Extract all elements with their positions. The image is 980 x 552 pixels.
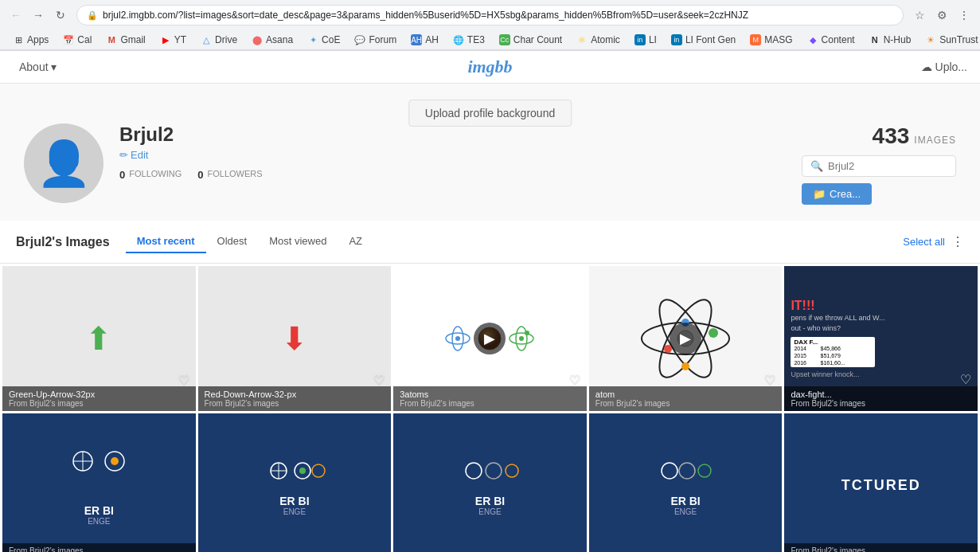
bookmark-yt-label: YT xyxy=(174,34,186,45)
asana-icon: ⬤ xyxy=(252,34,263,45)
heart-button-dax[interactable]: ♡ xyxy=(960,372,971,387)
svg-point-14 xyxy=(709,328,718,338)
bookmark-nhub[interactable]: N N-Hub xyxy=(863,32,918,48)
svg-point-27 xyxy=(466,463,482,479)
svg-point-26 xyxy=(299,468,306,474)
svg-point-20 xyxy=(111,457,119,465)
caption-sub-atom: From Brjul2's images xyxy=(595,399,776,408)
svg-point-6 xyxy=(519,336,524,341)
extensions-button[interactable]: ⚙ xyxy=(932,6,951,25)
bookmark-masg[interactable]: M MASG xyxy=(744,32,798,48)
dax-title: IT!!! xyxy=(791,299,814,313)
image-card-tctured[interactable]: TCTURED From Brjul2's images xyxy=(784,413,978,552)
following-count: 0 xyxy=(119,169,125,181)
heart-button-red-arrow[interactable]: ♡ xyxy=(373,372,385,387)
image-card-red-arrow[interactable]: ⬇ ♡ Red-Down-Arrow-32-px From Brjul2's i… xyxy=(198,266,392,411)
bookmark-te3[interactable]: 🌐 TE3 xyxy=(447,32,491,48)
tab-oldest[interactable]: Oldest xyxy=(206,230,259,253)
create-album-button[interactable]: 📁 Crea... xyxy=(802,183,872,205)
bookmark-li[interactable]: in LI xyxy=(628,32,663,48)
ah-icon: AH xyxy=(411,34,422,45)
site-logo: imgbb xyxy=(467,57,512,77)
bookmark-atomic[interactable]: ⚛ Atomic xyxy=(570,32,627,48)
bookmark-content[interactable]: ◆ Content xyxy=(801,32,861,48)
tab-az[interactable]: AZ xyxy=(338,230,373,253)
image-search-box[interactable]: 🔍 xyxy=(802,155,956,177)
more-options-icon[interactable]: ⋮ xyxy=(951,234,964,249)
image-count-number: 433 xyxy=(873,123,910,149)
back-button[interactable]: ← xyxy=(6,6,25,25)
image-card-dax[interactable]: IT!!! pens if we throw ALL and W...out -… xyxy=(784,266,978,411)
reload-button[interactable]: ↻ xyxy=(51,6,70,25)
bookmarks-bar: ⊞ Apps 📅 Cal M Gmail ▶ YT △ Drive ⬤ Asan… xyxy=(0,30,980,50)
caption-bi1: From Brjul2's images xyxy=(2,543,196,552)
image-card-3atoms[interactable]: ▶ ♡ 3atoms From Brjul2's images xyxy=(393,266,587,411)
address-bar[interactable]: 🔒 brjul2.imgbb.com/?list=images&sort=dat… xyxy=(76,5,904,25)
bi3-main-text: ER BI xyxy=(475,495,505,507)
bookmark-asana[interactable]: ⬤ Asana xyxy=(245,32,299,48)
caption-title-atom: atom xyxy=(595,390,776,399)
select-all-button[interactable]: Select all ⋮ xyxy=(903,234,964,249)
image-card-bi2[interactable]: ER BI ENGE xyxy=(198,413,392,552)
followers-count: 0 xyxy=(197,169,203,181)
search-input[interactable] xyxy=(828,160,947,172)
bookmark-gmail[interactable]: M Gmail xyxy=(100,32,151,48)
caption-sub-red-arrow: From Brjul2's images xyxy=(205,399,385,408)
bi2-main-text: ER BI xyxy=(279,495,309,507)
image-card-bi4[interactable]: ER BI ENGE xyxy=(589,413,783,552)
image-card-green-arrow[interactable]: ⬆ ♡ Green-Up-Arrow-32px From Brjul2's im… xyxy=(2,266,196,411)
svg-point-31 xyxy=(679,463,695,479)
caption-dax: dax-fight... From Brjul2's images xyxy=(784,386,978,411)
caption-red-arrow: Red-Down-Arrow-32-px From Brjul2's image… xyxy=(198,386,392,411)
bookmark-forum[interactable]: 💬 Forum xyxy=(348,32,403,48)
yt-icon: ▶ xyxy=(160,34,171,45)
edit-label: Edit xyxy=(131,149,148,161)
bookmark-cal[interactable]: 📅 Cal xyxy=(57,32,98,48)
bookmark-button[interactable]: ☆ xyxy=(910,6,929,25)
bookmark-coe[interactable]: ✦ CoE xyxy=(301,32,346,48)
about-menu[interactable]: About ▾ xyxy=(13,57,63,76)
heart-button-3atoms[interactable]: ♡ xyxy=(569,372,580,387)
te3-icon: 🌐 xyxy=(453,34,464,45)
bookmark-apps[interactable]: ⊞ Apps xyxy=(6,32,55,48)
bookmark-drive[interactable]: △ Drive xyxy=(194,32,244,48)
more-button[interactable]: ⋮ xyxy=(955,6,974,25)
tab-most-recent[interactable]: Most recent xyxy=(126,230,206,253)
edit-profile-link[interactable]: ✏ Edit xyxy=(119,149,263,161)
bookmark-charcount-label: Char Count xyxy=(513,34,562,45)
bi2-sub-text: ENGE xyxy=(283,507,306,516)
gmail-icon: M xyxy=(106,34,117,45)
caption-green-arrow: Green-Up-Arrow-32px From Brjul2's images xyxy=(2,386,196,411)
bookmark-yt[interactable]: ▶ YT xyxy=(154,32,193,48)
address-text: brjul2.imgbb.com/?list=images&sort=date_… xyxy=(103,10,748,21)
avatar: 👤 xyxy=(24,123,103,203)
play-overlay-atom: ▶ xyxy=(670,323,701,354)
bookmark-suntrust[interactable]: ☀ SunTrust xyxy=(919,32,980,48)
nav-buttons: ← → ↻ xyxy=(6,6,70,25)
bookmark-masg-label: MASG xyxy=(764,34,792,45)
bi3-sub-text: ENGE xyxy=(478,507,501,516)
image-card-bi1[interactable]: ER BI ENGE From Brjul2's images xyxy=(2,413,196,552)
bookmark-ah[interactable]: AH AH xyxy=(404,32,445,48)
li-icon: in xyxy=(634,34,646,45)
dax-text: pens if we throw ALL and W...out - who w… xyxy=(791,313,884,333)
bookmark-li-fontgen[interactable]: in LI Font Gen xyxy=(665,32,742,48)
bi1-main-text: ER BI xyxy=(84,504,114,517)
tab-most-viewed[interactable]: Most viewed xyxy=(258,230,338,253)
image-card-atom[interactable]: ▶ ♡ atom From Brjul2's images xyxy=(589,266,783,411)
caption-title-dax: dax-fight... xyxy=(791,390,971,399)
bookmark-drive-label: Drive xyxy=(215,34,237,45)
heart-button-atom[interactable]: ♡ xyxy=(764,372,775,387)
bookmark-asana-label: Asana xyxy=(266,34,293,45)
svg-point-15 xyxy=(681,362,689,370)
forward-button[interactable]: → xyxy=(29,6,48,25)
svg-point-29 xyxy=(506,464,518,477)
image-card-bi3[interactable]: ER BI ENGE xyxy=(393,413,587,552)
create-album-label: Crea... xyxy=(830,188,861,200)
bookmark-charcount[interactable]: Cc Char Count xyxy=(493,32,568,48)
upload-profile-background-button[interactable]: Upload profile background xyxy=(408,100,572,127)
heart-button-green-arrow[interactable]: ♡ xyxy=(178,372,189,387)
masg-icon: M xyxy=(750,34,761,45)
upload-button-top[interactable]: ☁ Uplo... xyxy=(921,61,967,73)
select-all-label: Select all xyxy=(903,236,945,248)
